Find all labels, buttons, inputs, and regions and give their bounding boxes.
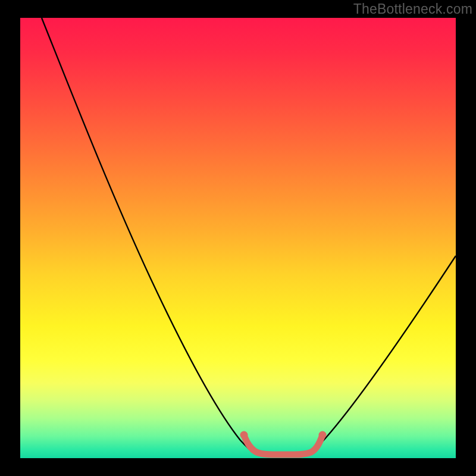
chart-frame: TheBottleneck.com <box>0 0 476 476</box>
plot-area <box>20 18 456 458</box>
marker-endpoint-left <box>240 431 248 439</box>
bottleneck-curve <box>42 18 456 456</box>
marker-endpoint-right <box>319 431 327 439</box>
curve-layer <box>20 18 456 458</box>
watermark-text: TheBottleneck.com <box>353 1 472 17</box>
optimal-zone-marker <box>244 435 322 455</box>
